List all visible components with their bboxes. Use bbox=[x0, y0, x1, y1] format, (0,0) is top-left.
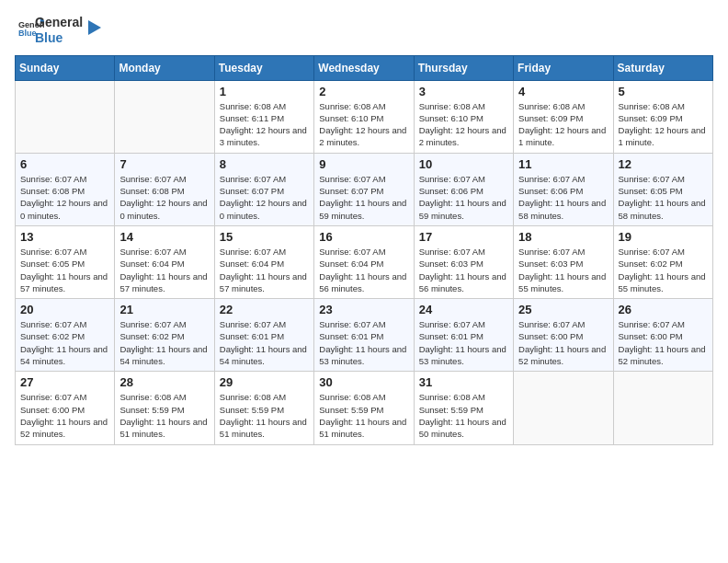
calendar-cell: 15Sunrise: 6:07 AM Sunset: 6:04 PM Dayli… bbox=[214, 225, 313, 298]
day-number: 9 bbox=[319, 157, 408, 171]
day-info: Sunrise: 6:07 AM Sunset: 6:02 PM Dayligh… bbox=[119, 318, 209, 367]
logo-arrow-icon bbox=[85, 18, 105, 39]
calendar-cell: 19Sunrise: 6:07 AM Sunset: 6:02 PM Dayli… bbox=[613, 225, 712, 298]
day-info: Sunrise: 6:07 AM Sunset: 6:05 PM Dayligh… bbox=[20, 246, 109, 294]
calendar-cell: 4Sunrise: 6:08 AM Sunset: 6:09 PM Daylig… bbox=[514, 80, 613, 153]
day-number: 31 bbox=[419, 375, 508, 389]
header-wednesday: Wednesday bbox=[314, 55, 414, 80]
header-saturday: Saturday bbox=[613, 55, 712, 80]
day-number: 6 bbox=[20, 157, 109, 171]
day-info: Sunrise: 6:07 AM Sunset: 6:02 PM Dayligh… bbox=[619, 246, 708, 294]
svg-marker-3 bbox=[88, 20, 101, 35]
day-info: Sunrise: 6:07 AM Sunset: 6:01 PM Dayligh… bbox=[220, 318, 309, 367]
header-friday: Friday bbox=[514, 55, 613, 80]
day-number: 26 bbox=[619, 303, 708, 316]
day-info: Sunrise: 6:07 AM Sunset: 6:00 PM Dayligh… bbox=[518, 318, 608, 367]
calendar-cell: 30Sunrise: 6:08 AM Sunset: 5:59 PM Dayli… bbox=[314, 372, 414, 444]
calendar-week-4: 20Sunrise: 6:07 AM Sunset: 6:02 PM Dayli… bbox=[16, 299, 713, 372]
calendar-week-5: 27Sunrise: 6:07 AM Sunset: 6:00 PM Dayli… bbox=[16, 372, 713, 444]
calendar-cell: 16Sunrise: 6:07 AM Sunset: 6:04 PM Dayli… bbox=[314, 225, 414, 298]
day-info: Sunrise: 6:08 AM Sunset: 5:59 PM Dayligh… bbox=[419, 391, 508, 440]
calendar-cell: 2Sunrise: 6:08 AM Sunset: 6:10 PM Daylig… bbox=[314, 80, 414, 153]
day-number: 28 bbox=[119, 375, 209, 389]
day-info: Sunrise: 6:07 AM Sunset: 6:07 PM Dayligh… bbox=[319, 173, 408, 222]
calendar-cell: 10Sunrise: 6:07 AM Sunset: 6:06 PM Dayli… bbox=[414, 153, 513, 225]
calendar-header-row: SundayMondayTuesdayWednesdayThursdayFrid… bbox=[16, 55, 713, 80]
day-info: Sunrise: 6:07 AM Sunset: 6:01 PM Dayligh… bbox=[319, 318, 408, 367]
day-info: Sunrise: 6:08 AM Sunset: 5:59 PM Dayligh… bbox=[119, 391, 209, 440]
calendar-cell bbox=[514, 372, 613, 444]
day-number: 25 bbox=[518, 303, 608, 316]
calendar-cell: 9Sunrise: 6:07 AM Sunset: 6:07 PM Daylig… bbox=[314, 153, 414, 225]
day-number: 23 bbox=[319, 303, 408, 316]
day-info: Sunrise: 6:07 AM Sunset: 6:07 PM Dayligh… bbox=[220, 173, 309, 222]
day-info: Sunrise: 6:07 AM Sunset: 6:00 PM Dayligh… bbox=[619, 318, 708, 367]
calendar-cell: 20Sunrise: 6:07 AM Sunset: 6:02 PM Dayli… bbox=[16, 299, 115, 372]
svg-text:Blue: Blue bbox=[18, 29, 37, 38]
day-number: 7 bbox=[119, 157, 209, 171]
calendar-cell bbox=[115, 80, 214, 153]
day-info: Sunrise: 6:07 AM Sunset: 6:06 PM Dayligh… bbox=[419, 173, 508, 222]
day-number: 8 bbox=[220, 157, 309, 171]
day-number: 21 bbox=[119, 303, 209, 316]
day-number: 3 bbox=[419, 85, 508, 98]
calendar-cell: 25Sunrise: 6:07 AM Sunset: 6:00 PM Dayli… bbox=[514, 299, 613, 372]
calendar-cell: 11Sunrise: 6:07 AM Sunset: 6:06 PM Dayli… bbox=[514, 153, 613, 225]
calendar-cell: 6Sunrise: 6:07 AM Sunset: 6:08 PM Daylig… bbox=[16, 153, 115, 225]
day-info: Sunrise: 6:07 AM Sunset: 6:04 PM Dayligh… bbox=[220, 246, 309, 294]
day-number: 27 bbox=[20, 375, 109, 389]
calendar-cell: 18Sunrise: 6:07 AM Sunset: 6:03 PM Dayli… bbox=[514, 225, 613, 298]
day-number: 12 bbox=[619, 157, 708, 171]
calendar-cell: 22Sunrise: 6:07 AM Sunset: 6:01 PM Dayli… bbox=[214, 299, 313, 372]
day-number: 17 bbox=[419, 230, 508, 244]
calendar-cell: 7Sunrise: 6:07 AM Sunset: 6:08 PM Daylig… bbox=[115, 153, 214, 225]
day-info: Sunrise: 6:07 AM Sunset: 6:08 PM Dayligh… bbox=[20, 173, 109, 222]
calendar-week-3: 13Sunrise: 6:07 AM Sunset: 6:05 PM Dayli… bbox=[16, 225, 713, 298]
header-monday: Monday bbox=[115, 55, 214, 80]
logo-general: General bbox=[35, 15, 83, 30]
calendar-cell: 12Sunrise: 6:07 AM Sunset: 6:05 PM Dayli… bbox=[613, 153, 712, 225]
calendar-cell: 31Sunrise: 6:08 AM Sunset: 5:59 PM Dayli… bbox=[414, 372, 513, 444]
calendar-cell: 24Sunrise: 6:07 AM Sunset: 6:01 PM Dayli… bbox=[414, 299, 513, 372]
calendar-week-1: 1Sunrise: 6:08 AM Sunset: 6:11 PM Daylig… bbox=[16, 80, 713, 153]
day-number: 14 bbox=[119, 230, 209, 244]
day-info: Sunrise: 6:07 AM Sunset: 6:05 PM Dayligh… bbox=[619, 173, 708, 222]
day-info: Sunrise: 6:07 AM Sunset: 6:00 PM Dayligh… bbox=[20, 391, 109, 440]
day-info: Sunrise: 6:08 AM Sunset: 6:10 PM Dayligh… bbox=[319, 100, 408, 149]
day-info: Sunrise: 6:07 AM Sunset: 6:02 PM Dayligh… bbox=[20, 318, 109, 367]
day-number: 4 bbox=[518, 85, 608, 98]
day-number: 13 bbox=[20, 230, 109, 244]
day-number: 30 bbox=[319, 375, 408, 389]
calendar-cell: 14Sunrise: 6:07 AM Sunset: 6:04 PM Dayli… bbox=[115, 225, 214, 298]
day-info: Sunrise: 6:07 AM Sunset: 6:06 PM Dayligh… bbox=[518, 173, 608, 222]
day-info: Sunrise: 6:07 AM Sunset: 6:03 PM Dayligh… bbox=[518, 246, 608, 294]
day-info: Sunrise: 6:07 AM Sunset: 6:04 PM Dayligh… bbox=[119, 246, 209, 294]
calendar-cell: 1Sunrise: 6:08 AM Sunset: 6:11 PM Daylig… bbox=[214, 80, 313, 153]
day-info: Sunrise: 6:07 AM Sunset: 6:08 PM Dayligh… bbox=[119, 173, 209, 222]
calendar-cell: 28Sunrise: 6:08 AM Sunset: 5:59 PM Dayli… bbox=[115, 372, 214, 444]
day-info: Sunrise: 6:07 AM Sunset: 6:03 PM Dayligh… bbox=[419, 246, 508, 294]
calendar-cell: 23Sunrise: 6:07 AM Sunset: 6:01 PM Dayli… bbox=[314, 299, 414, 372]
calendar-table: SundayMondayTuesdayWednesdayThursdayFrid… bbox=[15, 55, 713, 445]
day-number: 10 bbox=[419, 157, 508, 171]
logo: General Blue General Blue bbox=[15, 15, 105, 46]
calendar-cell: 8Sunrise: 6:07 AM Sunset: 6:07 PM Daylig… bbox=[214, 153, 313, 225]
logo-blue: Blue bbox=[35, 30, 83, 46]
calendar-cell: 13Sunrise: 6:07 AM Sunset: 6:05 PM Dayli… bbox=[16, 225, 115, 298]
header-tuesday: Tuesday bbox=[214, 55, 313, 80]
calendar-cell: 3Sunrise: 6:08 AM Sunset: 6:10 PM Daylig… bbox=[414, 80, 513, 153]
day-info: Sunrise: 6:08 AM Sunset: 5:59 PM Dayligh… bbox=[319, 391, 408, 440]
calendar-cell bbox=[613, 372, 712, 444]
day-number: 24 bbox=[419, 303, 508, 316]
calendar-week-2: 6Sunrise: 6:07 AM Sunset: 6:08 PM Daylig… bbox=[16, 153, 713, 225]
header-sunday: Sunday bbox=[16, 55, 115, 80]
day-info: Sunrise: 6:07 AM Sunset: 6:01 PM Dayligh… bbox=[419, 318, 508, 367]
day-number: 19 bbox=[619, 230, 708, 244]
calendar-cell: 27Sunrise: 6:07 AM Sunset: 6:00 PM Dayli… bbox=[16, 372, 115, 444]
calendar-cell: 29Sunrise: 6:08 AM Sunset: 5:59 PM Dayli… bbox=[214, 372, 313, 444]
day-number: 11 bbox=[518, 157, 608, 171]
day-number: 15 bbox=[220, 230, 309, 244]
calendar-cell bbox=[16, 80, 115, 153]
calendar-cell: 17Sunrise: 6:07 AM Sunset: 6:03 PM Dayli… bbox=[414, 225, 513, 298]
day-info: Sunrise: 6:08 AM Sunset: 6:10 PM Dayligh… bbox=[419, 100, 508, 149]
